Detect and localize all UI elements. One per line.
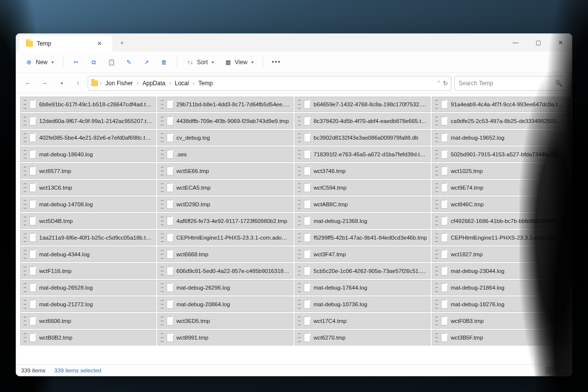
sort-button[interactable]: ↑↓ Sort ▾	[182, 55, 218, 70]
chevron-down-icon[interactable]: ˅	[438, 80, 440, 86]
file-item[interactable]: mat-debug-18640.log	[20, 147, 156, 162]
file-item[interactable]: mat-debug-26528.log	[20, 280, 156, 295]
new-button[interactable]: ⊕ New ▾	[21, 55, 58, 70]
file-item[interactable]: wct5E66.tmp	[157, 163, 294, 179]
file-item[interactable]: wctD29D.tmp	[157, 196, 294, 212]
more-button[interactable]: •••	[268, 55, 285, 70]
forward-button[interactable]: →	[38, 76, 51, 90]
file-item[interactable]: wct8991.tmp	[157, 330, 294, 345]
drag-handle-icon	[298, 233, 301, 242]
delete-icon: 🗑	[160, 58, 168, 66]
file-item[interactable]: .ses	[157, 147, 294, 162]
file-area[interactable]: 6b8e91bc-617f-49c1-b518-c26647cdf4ad.tmp…	[16, 94, 572, 364]
file-item[interactable]: mat-debug-20864.log	[157, 296, 294, 312]
details-view-button[interactable]	[545, 367, 554, 374]
file-item[interactable]: 8c378420-4d5b-4f70-abf4-eaedb878e665.tmp	[294, 113, 431, 129]
tiles-view-button[interactable]	[558, 367, 567, 374]
file-name: 91a4eab9-4c4a-4f7f-9cc4-993ee647dc0a.tmp	[451, 101, 564, 107]
file-item[interactable]: ca9dfe25-2c53-497a-8b25-de3334982501.tmp	[432, 113, 568, 129]
file-item[interactable]: wctF0B3.tmp	[432, 313, 568, 329]
rename-button[interactable]: ✎	[121, 55, 137, 70]
file-item[interactable]: wct6668.tmp	[157, 246, 294, 262]
file-item[interactable]: mat-debug-19652.log	[432, 130, 568, 146]
tab-active[interactable]: Temp ✕	[19, 36, 112, 51]
file-item[interactable]: wct3746.tmp	[294, 163, 431, 179]
file-item[interactable]: 606d9c81-5ed0-4a22-857e-c485b9016318.t..…	[157, 263, 294, 279]
file-item[interactable]: 4af6ff26-fe73-4e92-9117-1723f60980b2.tmp	[157, 213, 294, 229]
paste-button[interactable]: 📋	[103, 55, 119, 70]
file-item[interactable]: 91a4eab9-4c4a-4f7f-9cc4-993ee647dc0a.tmp	[432, 97, 568, 112]
address-bar[interactable]: › Jon Fisher › AppData › Local › Temp ˅ …	[88, 76, 451, 91]
cut-button[interactable]: ✂	[68, 55, 84, 70]
file-item[interactable]: f5299ff5-42b1-47ac-9b41-84ed0cd3e46b.tmp	[294, 230, 431, 245]
file-item[interactable]: CEPHtmlEngine11-PHXS-23.3.1-com.adobe...	[157, 230, 294, 245]
file-item[interactable]: wct3F47.tmp	[294, 246, 431, 262]
file-item[interactable]: bc3902d8132f43e3ae086a009979fa88.db	[294, 130, 431, 146]
view-button[interactable]: ▦ View ▾	[220, 55, 258, 70]
file-item[interactable]: wctF116.tmp	[20, 263, 156, 279]
delete-button[interactable]: 🗑	[156, 55, 172, 70]
file-item[interactable]: 4438dffb-709e-4f3b-9069-f29ab743d9e9.tmp	[157, 113, 294, 129]
file-item[interactable]: wct3ED5.tmp	[157, 313, 294, 329]
breadcrumb-item[interactable]: Jon Fisher	[103, 79, 135, 88]
file-item[interactable]: wct5D4B.tmp	[20, 213, 156, 229]
chevron-down-icon: ▾	[51, 60, 54, 65]
file-item[interactable]: wctB0B2.tmp	[20, 330, 156, 345]
new-tab-button[interactable]: ＋	[112, 34, 132, 51]
file-item[interactable]: mat-debug-17644.log	[294, 280, 431, 295]
file-item[interactable]: 502bd901-7915-4153-a527-bfda7344bc15.t..…	[432, 147, 568, 162]
maximize-button[interactable]: ▢	[527, 34, 549, 51]
minimize-button[interactable]: —	[504, 34, 527, 51]
file-item[interactable]: mat-debug-23044.log	[432, 263, 568, 279]
breadcrumb-item[interactable]: Local	[173, 79, 191, 88]
file-item[interactable]: mat-debug-26296.log	[157, 280, 294, 295]
search-input[interactable]	[459, 80, 555, 87]
breadcrumb-item[interactable]: Temp	[196, 79, 215, 88]
file-item[interactable]: mat-debug-21368.log	[294, 213, 431, 229]
file-item[interactable]: 6b8e91bc-617f-49c1-b518-c26647cdf4ad.tmp	[20, 97, 156, 112]
file-item[interactable]: 5cb5c20e-1c06-4262-905a-73ae57f26c51.tmp	[294, 263, 431, 279]
close-tab-button[interactable]: ✕	[94, 38, 105, 49]
file-item[interactable]: mat-debug-4344.log	[20, 246, 156, 262]
file-item[interactable]: wct6270.tmp	[294, 330, 431, 345]
back-button[interactable]: ←	[21, 76, 35, 90]
copy-button[interactable]: ⧉	[86, 55, 101, 70]
up-button[interactable]: ↑	[71, 76, 85, 90]
search-box[interactable]: 🔍	[454, 76, 567, 91]
file-item[interactable]: wct3B5F.tmp	[432, 330, 568, 345]
refresh-button[interactable]: ↻	[443, 80, 448, 87]
file-item[interactable]: wctAB8C.tmp	[294, 196, 431, 212]
file-item[interactable]: 402fe085-5be4-4e21-92e6-e7efd0af698c.tmp	[20, 130, 156, 146]
file-item[interactable]: 29b711bd-b8e1-4dd3-8c71-7d64fb5d54ee.t..…	[157, 97, 294, 112]
file-item[interactable]: mat-debug-21864.log	[432, 280, 568, 295]
drag-handle-icon	[298, 300, 301, 309]
file-item[interactable]: cf492662-1686-41bb-bc7b-bbfe98b29d99.t..…	[432, 213, 568, 229]
file-item[interactable]: mat-debug-10736.log	[294, 296, 431, 312]
file-item[interactable]: 718391f2-e763-45a5-a672-d1ba7fefd39d.tmp	[294, 147, 431, 162]
file-item[interactable]: wctC594.tmp	[294, 180, 431, 196]
file-item[interactable]: wctECA5.tmp	[157, 180, 294, 196]
file-item[interactable]: mat-debug-14708.log	[20, 196, 156, 212]
file-item[interactable]: 1aa211a9-6f6e-40f1-b25c-c5d9cc05a18b.tmp	[20, 230, 156, 245]
recent-button[interactable]: ▾	[54, 76, 68, 90]
file-name: wct8577.tmp	[39, 168, 153, 174]
file-item[interactable]: 12ded60a-9f67-4c9f-99a1-2142ac955207.tmp	[20, 113, 156, 129]
scroll-thumb[interactable]	[567, 98, 571, 151]
file-item[interactable]: wct17C4.tmp	[294, 313, 431, 329]
file-item[interactable]: wct8577.tmp	[20, 163, 156, 179]
file-item[interactable]: wct13C6.tmp	[20, 180, 156, 196]
file-item[interactable]: mat-debug-18276.log	[432, 296, 568, 312]
file-item[interactable]: mat-debug-21272.log	[20, 296, 156, 312]
file-item[interactable]: cv_debug.log	[157, 130, 294, 146]
file-item[interactable]: wct6606.tmp	[20, 313, 156, 329]
file-item[interactable]: wct1827.tmp	[432, 246, 568, 262]
close-window-button[interactable]: ✕	[549, 34, 572, 51]
file-item[interactable]: wct1025.tmp	[432, 163, 568, 179]
file-item[interactable]: b64659e7-1432-4768-8c8a-198c170f7532.tmp	[294, 97, 431, 112]
file-item[interactable]: wct9E74.tmp	[432, 180, 568, 196]
breadcrumb-item[interactable]: AppData	[141, 79, 168, 88]
file-item[interactable]: wct846C.tmp	[432, 196, 568, 212]
scrollbar[interactable]	[567, 98, 571, 360]
share-button[interactable]: ↗	[139, 55, 154, 70]
file-item[interactable]: CEPHtmlEngine11-PHXS-23.3.1-com.adobe...	[432, 230, 568, 245]
